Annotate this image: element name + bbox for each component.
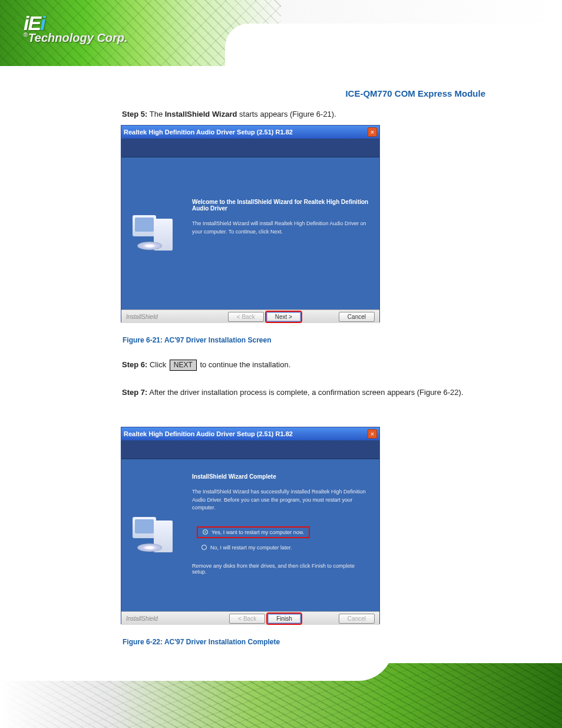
wizard-text-2: InstallShield Wizard Complete The Instal… — [187, 459, 379, 611]
wizard-graphic — [121, 157, 187, 309]
dialog-titlebar: Realtek High Definition Audio Driver Set… — [121, 126, 379, 139]
back-button-2[interactable]: < Back — [229, 614, 265, 624]
figure-caption-1: Figure 6-21: AC'97 Driver Installation S… — [123, 336, 272, 344]
dialog-button-bar-2: InstallShield < Back Finish Cancel — [121, 611, 379, 625]
complete-instruction: Remove any disks from their drives, and … — [192, 563, 370, 575]
close-icon-2[interactable]: × — [368, 429, 377, 439]
dialog-title-2: Realtek High Definition Audio Driver Set… — [124, 430, 293, 437]
complete-heading: InstallShield Wizard Complete — [192, 473, 370, 480]
radio-selected-icon — [203, 529, 208, 535]
top-banner: iEi ®Technology Corp. — [0, 0, 562, 66]
step5-text: Step 5: The InstallShield Wizard starts … — [122, 110, 336, 118]
dialog-title: Realtek High Definition Audio Driver Set… — [124, 129, 293, 136]
back-button[interactable]: < Back — [228, 312, 264, 322]
dialog-header-band — [121, 139, 379, 157]
logo-block: iEi ®Technology Corp. — [24, 12, 128, 45]
cancel-button-2[interactable]: Cancel — [339, 614, 375, 624]
installshield-brand-2: InstallShield — [126, 615, 158, 622]
welcome-desc: The InstallShield Wizard will install Re… — [192, 220, 370, 236]
next-key: NEXT — [170, 360, 197, 371]
finish-button[interactable]: Finish — [267, 614, 301, 624]
restart-now-label: Yes, I want to restart my computer now. — [211, 529, 304, 535]
installshield-brand: InstallShield — [126, 314, 158, 320]
dialog-button-bar: InstallShield < Back Next > Cancel — [121, 309, 379, 323]
restart-radio-group: Yes, I want to restart my computer now. … — [192, 524, 370, 559]
radio-unselected-icon — [201, 545, 207, 550]
product-header: ICE-QM770 COM Express Module — [345, 88, 485, 98]
dialog-titlebar-2: Realtek High Definition Audio Driver Set… — [121, 427, 379, 440]
wizard-graphic-2 — [121, 459, 187, 611]
complete-desc: The InstallShield Wizard has successfull… — [192, 488, 370, 512]
close-icon[interactable]: × — [368, 127, 377, 137]
figure-caption-2: Figure 6-22: AC'97 Driver Installation C… — [123, 638, 280, 646]
screenshot-complete: Realtek High Definition Audio Driver Set… — [121, 427, 380, 624]
restart-later-label: No, I will restart my computer later. — [210, 545, 292, 551]
dialog-header-band-2 — [121, 440, 379, 459]
wizard-text: Welcome to the InstallShield Wizard for … — [187, 157, 379, 309]
restart-later-option[interactable]: No, I will restart my computer later. — [197, 543, 365, 552]
dialog-content: Welcome to the InstallShield Wizard for … — [121, 157, 379, 309]
step6-text: Step 6: Click NEXT to continue the insta… — [122, 360, 290, 371]
bottom-banner — [0, 663, 562, 728]
step7-text: Step 7: After the driver installation pr… — [122, 386, 485, 400]
dialog-content-2: InstallShield Wizard Complete The Instal… — [121, 459, 379, 611]
welcome-heading: Welcome to the InstallShield Wizard for … — [192, 199, 370, 212]
logo-suffix: ®Technology Corp. — [24, 31, 128, 45]
screenshot-welcome: Realtek High Definition Audio Driver Set… — [121, 125, 380, 322]
next-button[interactable]: Next > — [266, 312, 301, 322]
restart-now-option[interactable]: Yes, I want to restart my computer now. — [197, 526, 310, 538]
cancel-button[interactable]: Cancel — [339, 312, 375, 322]
